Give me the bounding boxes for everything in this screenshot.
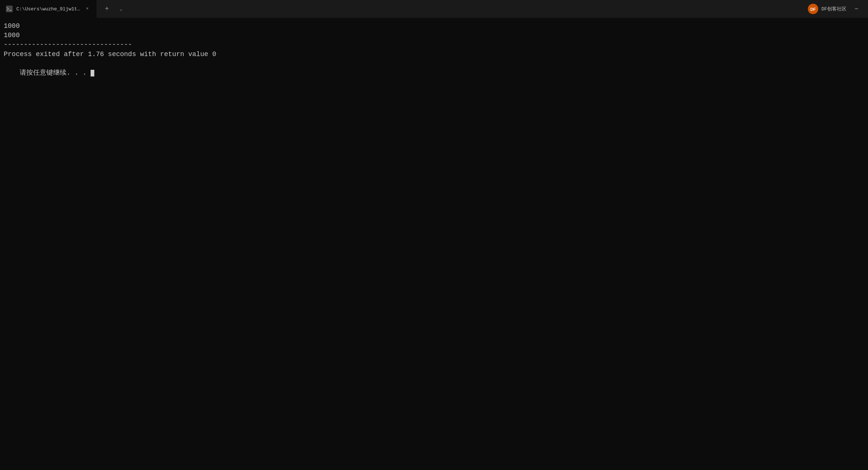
dfrobot-logo-icon: DF bbox=[807, 3, 819, 15]
new-tab-button[interactable]: + bbox=[101, 3, 113, 15]
tab-title: C:\Users\wuzhe_9ljw1t2\Desk‹ bbox=[16, 6, 80, 12]
terminal-body[interactable]: 1000 1000 ------------------------------… bbox=[0, 18, 868, 470]
terminal-icon bbox=[6, 6, 13, 12]
minimize-button[interactable]: ─ bbox=[848, 3, 865, 15]
titlebar-buttons: + ⌄ bbox=[97, 3, 131, 15]
svg-text:DF: DF bbox=[810, 7, 816, 12]
logo-text: DF创客社区 bbox=[821, 6, 846, 12]
titlebar: C:\Users\wuzhe_9ljw1t2\Desk‹ × + ⌄ DF DF… bbox=[0, 0, 868, 18]
cursor bbox=[91, 70, 94, 76]
active-tab[interactable]: C:\Users\wuzhe_9ljw1t2\Desk‹ × bbox=[0, 0, 97, 18]
terminal-line-3: -------------------------------- bbox=[4, 40, 864, 49]
logo-area: DF DF创客社区 bbox=[807, 3, 846, 15]
titlebar-right: DF DF创客社区 ─ bbox=[804, 3, 868, 15]
terminal-line-1: 1000 bbox=[4, 22, 864, 31]
terminal-line-2: 1000 bbox=[4, 31, 864, 40]
tab-area: C:\Users\wuzhe_9ljw1t2\Desk‹ × + ⌄ bbox=[0, 0, 804, 18]
dropdown-button[interactable]: ⌄ bbox=[116, 4, 126, 14]
terminal-line-4: Process exited after 1.76 seconds with r… bbox=[4, 50, 864, 59]
tab-close-button[interactable]: × bbox=[84, 6, 91, 12]
svg-rect-0 bbox=[6, 6, 13, 12]
terminal-line-5: 请按任意键继续. . . bbox=[4, 59, 864, 87]
